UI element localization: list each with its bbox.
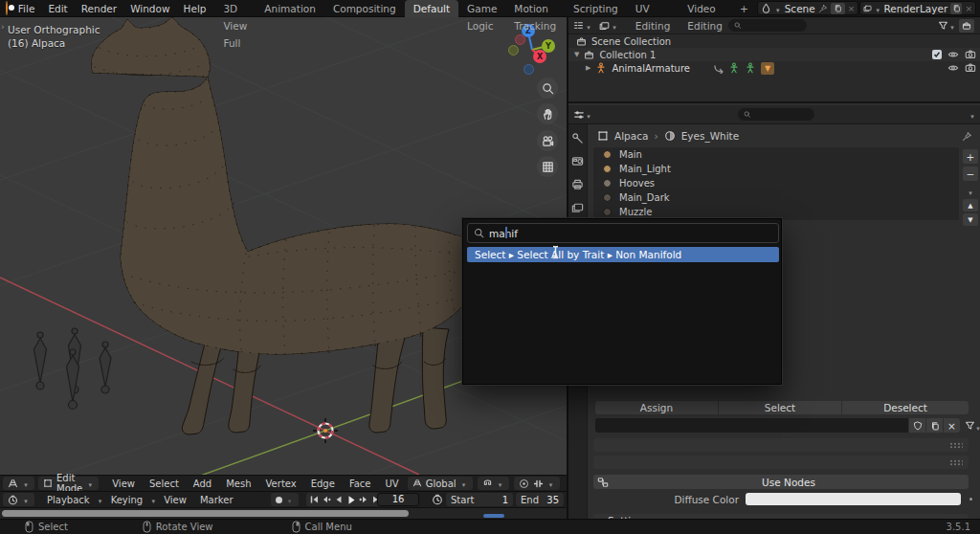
unlink-material-button[interactable]: × [944,418,960,433]
workspace-tab-game-logic[interactable]: Game Logic [458,0,505,17]
snapping-dropdown[interactable] [478,477,509,490]
gizmo-x-axis[interactable]: X [533,50,546,63]
disclosure-triangle-icon[interactable]: ▼ [574,51,579,58]
eye-icon[interactable] [947,49,959,61]
next-keyframe-button[interactable] [358,494,370,506]
current-frame-field[interactable]: 16 [377,493,419,506]
workspace-tab-default[interactable]: Default [405,0,458,17]
breadcrumb-material[interactable]: Eyes_White [681,130,740,142]
menu-keying[interactable]: Keying [104,492,150,508]
breadcrumb-object[interactable]: Alpaca [614,130,648,142]
material-slot[interactable]: Muzzle [593,205,959,219]
transform-orientation-dropdown[interactable]: Global [408,477,473,490]
play-button[interactable] [345,494,358,506]
menu-uv[interactable]: UV [379,476,406,492]
pin-icon[interactable] [818,4,828,13]
popup-result-non-manifold[interactable]: Select ▸ Select All by Trait ▸ Non Manif… [467,247,779,262]
panel-section-covered[interactable] [593,456,969,469]
tab-render-icon[interactable] [571,155,584,167]
move-slot-up-button[interactable]: ▲ [963,199,978,211]
select-button[interactable]: Select [719,401,841,414]
panel-section-covered[interactable] [593,438,969,452]
menu-edge[interactable]: Edge [304,476,342,492]
outliner-search[interactable] [728,19,807,32]
menu-select[interactable]: Select [143,476,186,492]
gizmo-y-neg-axis[interactable] [508,45,519,56]
fake-user-shield-button[interactable] [909,418,925,433]
start-frame-field[interactable]: Start1 [446,493,513,506]
material-name-field[interactable] [595,418,908,433]
end-frame-field[interactable]: End35 [516,493,564,506]
eye-icon[interactable] [947,62,959,75]
deselect-button[interactable]: Deselect [842,401,969,414]
menu-window[interactable]: Window [123,3,176,14]
outliner-editor-icon[interactable] [572,19,585,32]
menu-help[interactable]: Help [177,3,213,14]
zoom-icon[interactable] [537,78,558,99]
timeline-scrollbar[interactable] [2,510,409,517]
render-visibility-camera-icon[interactable] [964,62,976,75]
proportional-editing-group[interactable] [514,477,560,490]
animate-dot-icon[interactable] [969,498,972,501]
add-slot-button[interactable]: + [963,149,978,164]
tab-view-layer-icon[interactable] [571,201,584,213]
workspace-tab-uv-editing[interactable]: UV Editing [627,0,679,17]
duplicate-material-button[interactable] [926,418,943,433]
pan-hand-icon[interactable] [537,103,558,124]
pin-icon[interactable] [962,131,972,142]
view-layer-selector[interactable]: RenderLayer × [859,1,976,15]
properties-search[interactable] [738,108,814,121]
diffuse-color-swatch[interactable] [746,493,961,505]
menu-render[interactable]: Render [75,3,123,14]
jump-to-start-button[interactable] [308,494,321,506]
tab-output-icon[interactable] [571,178,584,190]
timeline-playhead[interactable] [483,514,504,518]
selectability-checkbox[interactable] [932,50,942,59]
add-workspace-button[interactable]: + [731,0,757,17]
popup-search-field[interactable] [467,223,779,243]
material-slot[interactable]: Main_Light [593,162,959,176]
properties-editor-icon[interactable] [572,108,585,121]
editor-type-button[interactable] [3,477,34,490]
orthographic-toggle-icon[interactable] [537,156,558,177]
use-nodes-button[interactable]: Use Nodes [593,475,969,489]
toolbar-toggle-arrow[interactable]: › [1,22,5,32]
outliner-row-scene-collection[interactable]: Scene Collection [568,34,980,48]
outliner-search-input[interactable] [746,20,801,32]
new-scene-button[interactable] [831,3,845,14]
gizmo-z-neg-axis[interactable] [523,64,534,75]
menu-add[interactable]: Add [187,476,218,492]
properties-search-input[interactable] [754,109,809,121]
menu-view[interactable]: View [105,476,142,492]
menu-file[interactable]: File [11,3,42,14]
outliner-row-collection-1[interactable]: ▼ Collection 1 [568,48,980,61]
play-reverse-button[interactable] [333,494,345,506]
remove-slot-button[interactable]: − [963,167,978,181]
menu-face[interactable]: Face [343,476,378,492]
auto-keying-button[interactable] [271,493,299,506]
slot-specials-chevron-icon[interactable] [967,186,974,197]
workspace-tab-motion-tracking[interactable]: Motion Tracking [505,0,565,17]
outliner-row-animal-armature[interactable]: ▶ AnimalArmature ▼ [568,61,980,75]
menu-vertex[interactable]: Vertex [259,476,303,492]
blender-logo[interactable] [6,1,8,15]
render-visibility-camera-icon[interactable] [964,49,976,61]
timeline-editor-type-button[interactable] [3,493,34,506]
menu-edit[interactable]: Edit [41,3,74,14]
workspace-tab-animation[interactable]: Animation [256,0,324,17]
tab-tool-icon[interactable] [571,132,584,145]
disclosure-triangle-icon[interactable]: ▶ [586,64,590,72]
material-slot[interactable]: Main_Dark [593,190,959,205]
camera-view-icon[interactable] [537,130,558,151]
display-mode-icon[interactable] [598,19,611,32]
mode-dropdown[interactable]: Edit Mode [38,477,99,490]
menu-playback[interactable]: Playback [40,492,97,508]
drag-grip-icon[interactable] [949,442,963,449]
gizmo-x-neg-axis[interactable] [515,34,525,45]
material-slot[interactable]: Hooves [593,176,959,190]
material-slot[interactable]: Main [593,147,959,162]
stopwatch-icon[interactable] [431,494,443,506]
menu-tl-view[interactable]: View [157,492,193,508]
drag-grip-icon[interactable] [949,459,963,466]
workspace-tab-compositing[interactable]: Compositing [324,0,405,17]
